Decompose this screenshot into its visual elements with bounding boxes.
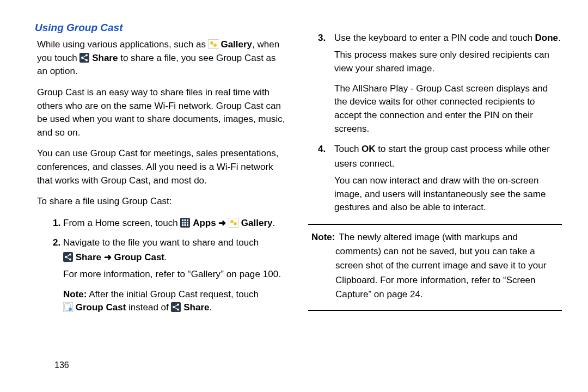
text: .	[164, 252, 167, 262]
text: .	[273, 218, 275, 228]
intro-paragraph-4: To share a file using Group Cast:	[37, 195, 289, 209]
page-number: 136	[54, 360, 69, 370]
svg-rect-17	[185, 224, 186, 226]
step-4-desc: You can now interact and draw with the o…	[334, 174, 562, 215]
arrow-icon: ➜	[216, 218, 229, 228]
step-3-desc-1: This process makes sure only desired rec…	[334, 48, 562, 75]
gallery-icon	[229, 218, 238, 228]
step-4: Touch OK to start the group cast process…	[334, 142, 562, 215]
share-icon	[63, 252, 73, 262]
text: .	[209, 302, 212, 313]
done-label: Done	[535, 33, 559, 43]
share-label: Share	[92, 53, 118, 63]
intro-paragraph-1: While using various applications, such a…	[37, 38, 289, 78]
note-body: The newly altered image (with markups an…	[335, 232, 546, 299]
share-label: Share	[183, 302, 209, 313]
svg-point-21	[234, 222, 237, 225]
svg-point-30	[69, 308, 72, 311]
gallery-label: Gallery	[220, 39, 252, 50]
ok-label: OK	[362, 144, 376, 154]
groupcast-label: Group Cast	[114, 252, 164, 262]
text: After the initial Group Cast request, to…	[87, 289, 259, 299]
svg-point-1	[210, 41, 213, 45]
left-column: Using Group Cast While using various app…	[35, 22, 289, 321]
share-icon	[171, 302, 181, 312]
groupcast-label: Group Cast	[76, 302, 126, 313]
step-3: Use the keyboard to enter a PIN code and…	[334, 31, 562, 136]
cross-reference: For more information, refer to “Gallery”…	[63, 268, 289, 281]
text: Touch	[334, 144, 362, 154]
intro-paragraph-2: Group Cast is an easy way to share files…	[37, 86, 289, 140]
svg-rect-16	[182, 224, 183, 226]
svg-rect-31	[171, 302, 181, 312]
svg-point-2	[213, 44, 217, 47]
note-label: Note:	[63, 289, 87, 299]
share-icon	[79, 53, 89, 63]
section-heading: Using Group Cast	[35, 22, 289, 34]
text: instead of	[126, 302, 171, 313]
text: Use the keyboard to enter a PIN code and…	[334, 33, 535, 43]
intro-paragraph-3: You can use Group Cast for meetings, sal…	[37, 147, 289, 187]
svg-rect-3	[79, 53, 89, 63]
groupcast-icon	[63, 302, 73, 312]
svg-rect-14	[185, 222, 186, 224]
svg-rect-11	[185, 219, 186, 221]
step-2: Navigate to the file you want to share a…	[63, 236, 289, 315]
svg-rect-13	[182, 222, 183, 224]
text: While using various applications, such a…	[37, 39, 209, 50]
step-1: From a Home screen, touch Apps ➜ Gallery…	[63, 216, 289, 230]
svg-rect-12	[187, 219, 188, 221]
svg-rect-0	[209, 39, 218, 49]
svg-point-20	[230, 220, 234, 223]
columns: Using Group Cast While using various app…	[35, 22, 562, 321]
note-box: Note: The newly altered image (with mark…	[308, 224, 562, 311]
text: .	[558, 33, 561, 43]
gallery-label: Gallery	[241, 218, 273, 228]
svg-rect-10	[182, 219, 183, 221]
apps-label: Apps	[193, 218, 216, 228]
svg-rect-15	[187, 222, 188, 224]
arrow-icon: ➜	[101, 252, 114, 262]
page: Using Group Cast While using various app…	[0, 0, 588, 332]
text: From a Home screen, touch	[63, 218, 180, 228]
text: Navigate to the file you want to share a…	[63, 237, 259, 248]
svg-rect-19	[229, 218, 238, 228]
svg-rect-22	[63, 252, 73, 262]
right-column: Use the keyboard to enter a PIN code and…	[308, 22, 562, 321]
steps-list-left: From a Home screen, touch Apps ➜ Gallery…	[37, 216, 289, 315]
gallery-icon	[209, 39, 218, 49]
note-text: Note: The newly altered image (with mark…	[308, 230, 562, 302]
steps-list-right: Use the keyboard to enter a PIN code and…	[308, 31, 562, 215]
svg-rect-18	[187, 224, 188, 226]
apps-icon	[180, 218, 190, 228]
share-label: Share	[76, 252, 101, 262]
note-label: Note:	[311, 232, 335, 242]
step-3-desc-2: The AllShare Play - Group Cast screen di…	[334, 82, 562, 136]
inline-note: Note: After the initial Group Cast reque…	[63, 288, 289, 315]
